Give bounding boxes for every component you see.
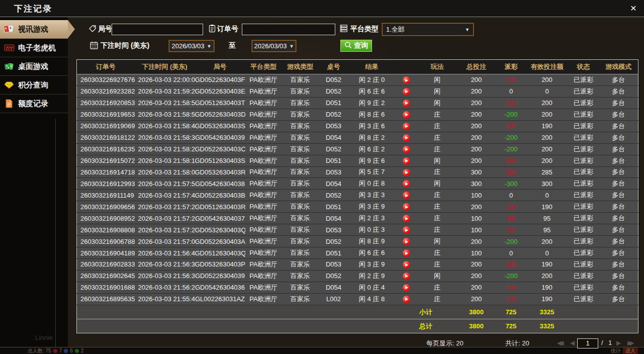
cell-table-number: D053 — [319, 120, 349, 132]
next-page-icon[interactable]: ▶ — [616, 339, 621, 346]
table-row[interactable]: 260303216919653 2026-03-03 21:58:51 GD05… — [77, 109, 638, 120]
cell-bet-side: 庄 — [418, 224, 457, 236]
table-row[interactable]: 260303216918122 2026-03-03 21:58:37 GD05… — [77, 132, 638, 143]
green-dot-icon — [75, 349, 79, 353]
play-video-icon[interactable] — [403, 273, 410, 280]
table-row[interactable]: 260303216909656 2026-03-03 21:57:29 GD05… — [77, 201, 638, 213]
play-video-icon[interactable] — [403, 203, 410, 211]
cell-video — [395, 201, 418, 213]
cell-result: 闲 3 庄 3 — [349, 190, 395, 201]
table-row[interactable]: 260303216919069 2026-03-03 21:58:46 GD05… — [77, 120, 638, 132]
sidebar-item-table-games[interactable]: 桌面游戏 — [0, 57, 68, 76]
cell-total-bet: 100 — [457, 190, 496, 201]
cell-table-number: D051 — [319, 97, 349, 109]
platform-type-select[interactable]: 1.全部 ▼ — [382, 23, 474, 36]
cell-platform: PA欧洲厅 — [245, 109, 282, 120]
subtotal-bet: 3800 — [457, 305, 496, 319]
play-video-icon[interactable] — [403, 284, 410, 292]
cell-game-mode: 多台 — [599, 120, 638, 132]
sidebar-item-slots[interactable]: 777 电子老虎机 — [0, 39, 68, 57]
cell-valid-bet: 285 — [526, 166, 568, 178]
table-row[interactable]: 260303216912993 2026-03-03 21:57:56 GD05… — [77, 178, 638, 190]
sidebar-item-points[interactable]: 积分查询 — [0, 76, 68, 95]
play-video-icon[interactable] — [403, 296, 410, 303]
playing-cards-icon: 9 K — [4, 24, 15, 34]
play-video-icon[interactable] — [403, 123, 410, 130]
cell-table-number: D052 — [319, 236, 349, 247]
cell-order-id: 260303216916235 — [77, 143, 135, 155]
background-enter-button: 进入 — [623, 347, 638, 354]
play-video-icon[interactable] — [403, 238, 410, 245]
table-row[interactable]: 260303216901688 2026-03-03 21:56:26 GD05… — [77, 282, 638, 293]
table-row[interactable]: 260303216916235 2026-03-03 21:58:21 GD05… — [77, 143, 638, 155]
play-video-icon[interactable] — [403, 111, 410, 119]
date-from-select[interactable]: 2026/03/03 ▼ — [169, 40, 214, 52]
table-row[interactable]: 260303216902645 2026-03-03 21:56:35 GD05… — [77, 270, 638, 282]
cell-game-type: 百家乐 — [282, 85, 319, 97]
play-video-icon[interactable] — [403, 88, 410, 96]
table-row[interactable]: 260303216906788 2026-03-03 21:57:06 GD05… — [77, 236, 638, 247]
search-button[interactable]: 查询 — [340, 40, 372, 52]
sidebar-item-label: 视讯游戏 — [18, 25, 48, 34]
play-video-icon[interactable] — [403, 215, 410, 222]
play-video-icon[interactable] — [403, 180, 410, 188]
play-video-icon[interactable] — [403, 169, 410, 176]
sidebar-item-quota-records[interactable]: 额度记录 — [0, 95, 68, 113]
table-row[interactable]: 260303216915072 2026-03-03 21:58:12 GD05… — [77, 155, 638, 166]
per-page-label: 每页显示: 20 — [426, 339, 464, 348]
cell-payout: -300 — [496, 178, 526, 190]
table-row[interactable]: 260303216923282 2026-03-03 21:59:26 GD05… — [77, 85, 638, 97]
cell-table-number: D054 — [319, 282, 349, 293]
play-video-icon[interactable] — [403, 76, 410, 84]
cell-bet-time: 2026-03-03 22:00:00 — [135, 74, 195, 86]
round-number-input[interactable] — [112, 24, 203, 35]
page-number-input[interactable]: 1 — [577, 338, 598, 348]
cell-bet-time: 2026-03-03 21:57:40 — [135, 190, 195, 201]
cell-round-id: GD0512630403R — [195, 201, 245, 213]
cell-result: 闲 4 庄 8 — [349, 293, 395, 305]
cell-table-number: D053 — [319, 224, 349, 236]
cell-bet-time: 2026-03-03 21:56:47 — [135, 247, 195, 259]
cell-game-type: 百家乐 — [282, 166, 319, 178]
play-video-icon[interactable] — [403, 249, 410, 257]
cell-total-bet: 200 — [457, 97, 496, 109]
play-video-icon[interactable] — [403, 100, 410, 107]
cell-round-id: GD0522630403D — [195, 109, 245, 120]
cell-total-bet: 200 — [457, 282, 496, 293]
table-row[interactable]: 260303216908952 2026-03-03 21:57:24 GD05… — [77, 213, 638, 224]
cell-status: 已派彩 — [568, 213, 599, 224]
table-row[interactable]: 260303216911149 2026-03-03 21:57:40 GD05… — [77, 190, 638, 201]
play-video-icon[interactable] — [403, 192, 410, 199]
sidebar: 9 K 视讯游戏 777 电子老虎机 桌面游戏 — [0, 17, 68, 113]
table-row[interactable]: 260303216895635 2026-03-03 21:55:40 GL00… — [77, 293, 638, 305]
play-video-icon[interactable] — [403, 226, 410, 234]
table-row[interactable]: 260303216920853 2026-03-03 21:58:59 GD05… — [77, 97, 638, 109]
last-page-icon[interactable]: ▶▶ — [627, 339, 634, 346]
close-icon[interactable]: × — [630, 2, 636, 14]
prev-page-icon[interactable]: ◀ — [570, 339, 575, 346]
date-to-select[interactable]: 2026/03/03 ▼ — [252, 40, 296, 52]
cell-valid-bet: 0 — [526, 247, 568, 259]
chevron-down-icon: ▼ — [465, 27, 470, 32]
order-number-input[interactable] — [242, 24, 335, 35]
cell-total-bet: 300 — [457, 178, 496, 190]
total-row: 总计 3800 725 3325 — [77, 319, 638, 333]
cell-result: 闲 2 庄 0 — [349, 74, 395, 86]
first-page-icon[interactable]: ◀◀ — [557, 339, 564, 346]
play-video-icon[interactable] — [403, 157, 410, 165]
play-video-icon[interactable] — [403, 134, 410, 142]
play-video-icon[interactable] — [403, 146, 410, 153]
cell-payout: 190 — [496, 120, 526, 132]
cell-round-id: GD0512630403T — [195, 97, 245, 109]
table-row[interactable]: 260303216908808 2026-03-03 21:57:23 GD05… — [77, 224, 638, 236]
sidebar-item-live-games[interactable]: 9 K 视讯游戏 — [0, 20, 68, 39]
table-row[interactable]: 260303216904189 2026-03-03 21:56:47 GD05… — [77, 247, 638, 259]
cell-result: 闲 6 庄 6 — [349, 247, 395, 259]
cell-video — [395, 224, 418, 236]
table-row[interactable]: 260303216902833 2026-03-03 21:56:37 GD05… — [77, 259, 638, 271]
cell-order-id: 260303226927676 — [77, 74, 135, 86]
play-video-icon[interactable] — [403, 261, 410, 269]
table-row[interactable]: 260303216914718 2026-03-03 21:58:09 GD05… — [77, 166, 638, 178]
table-row[interactable]: 260303226927676 2026-03-03 22:00:00 GD05… — [77, 74, 638, 86]
cell-result: 闲 6 庄 6 — [349, 85, 395, 97]
